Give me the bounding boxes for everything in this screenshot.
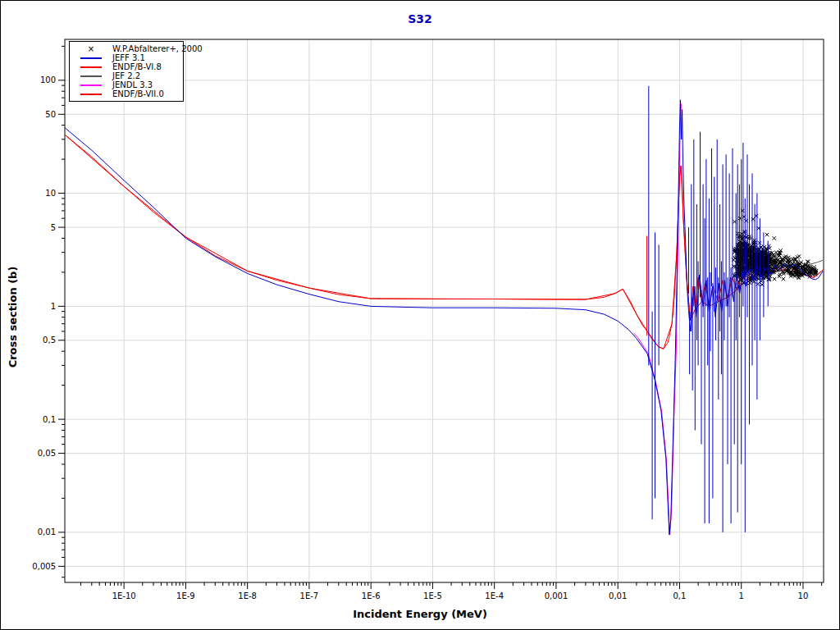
line-swatch-icon: [70, 66, 112, 68]
svg-text:0,1: 0,1: [43, 415, 56, 424]
line-swatch-icon: [70, 75, 112, 77]
svg-text:1: 1: [739, 591, 744, 600]
svg-text:0,05: 0,05: [38, 449, 56, 458]
line-swatch-icon: [70, 57, 112, 59]
plot-frame: [65, 39, 824, 582]
scatter-abfalterer: [732, 209, 818, 288]
legend-item-4: JENDL 3.3: [70, 80, 183, 89]
svg-text:1E-9: 1E-9: [176, 591, 195, 600]
y-axis: [58, 46, 65, 577]
svg-text:0,5: 0,5: [43, 336, 56, 345]
x-marker-icon: ×: [70, 45, 112, 53]
gridlines: [65, 39, 824, 582]
svg-text:1E-6: 1E-6: [362, 591, 381, 600]
svg-text:100: 100: [40, 75, 56, 84]
svg-text:0,005: 0,005: [32, 562, 56, 571]
svg-text:10: 10: [798, 591, 809, 600]
legend-label: JEFF 3.1: [112, 53, 145, 62]
svg-text:1E-7: 1E-7: [300, 591, 319, 600]
svg-text:0,01: 0,01: [38, 527, 56, 536]
svg-text:1E-4: 1E-4: [485, 591, 504, 600]
legend-item-1: JEFF 3.1: [70, 53, 183, 62]
series-jendl-3-3: [633, 103, 681, 535]
svg-text:0,1: 0,1: [673, 591, 687, 600]
legend-item-5: ENDF/B-VII.0: [70, 89, 183, 98]
svg-text:1E-10: 1E-10: [112, 591, 136, 600]
chart-canvas: 1E-101E-91E-81E-71E-61E-51E-40,0010,010,…: [0, 0, 840, 630]
line-swatch-icon: [70, 84, 112, 86]
legend-item-3: JEF 2.2: [70, 71, 183, 80]
svg-text:1: 1: [51, 302, 56, 311]
svg-text:0,01: 0,01: [609, 591, 627, 600]
x-axis-title: Incident Energy (MeV): [1, 608, 839, 620]
svg-text:1E-8: 1E-8: [238, 591, 257, 600]
x-axis: [81, 582, 822, 589]
tick-labels: 1E-101E-91E-81E-71E-61E-51E-40,0010,010,…: [32, 75, 808, 600]
legend-label: ENDF/B-VI.8: [112, 62, 162, 71]
line-swatch-icon: [70, 94, 112, 95]
legend-label: JEF 2.2: [112, 71, 140, 80]
svg-text:50: 50: [45, 110, 56, 119]
svg-text:5: 5: [51, 223, 56, 232]
legend-label: ENDF/B-VII.0: [112, 89, 164, 98]
svg-text:1E-5: 1E-5: [423, 591, 442, 600]
legend: ×W.P.Abfalterer+, 2000JEFF 3.1ENDF/B-VI.…: [69, 41, 184, 102]
svg-text:0,001: 0,001: [545, 591, 568, 600]
page-title: S32: [1, 12, 839, 25]
svg-text:10: 10: [45, 189, 56, 198]
legend-item-2: ENDF/B-VI.8: [70, 62, 183, 71]
legend-label: JENDL 3.3: [112, 80, 153, 89]
y-axis-title: Cross section (b): [7, 260, 19, 375]
legend-label: W.P.Abfalterer+, 2000: [112, 44, 203, 53]
legend-item-0: ×W.P.Abfalterer+, 2000: [70, 44, 183, 53]
